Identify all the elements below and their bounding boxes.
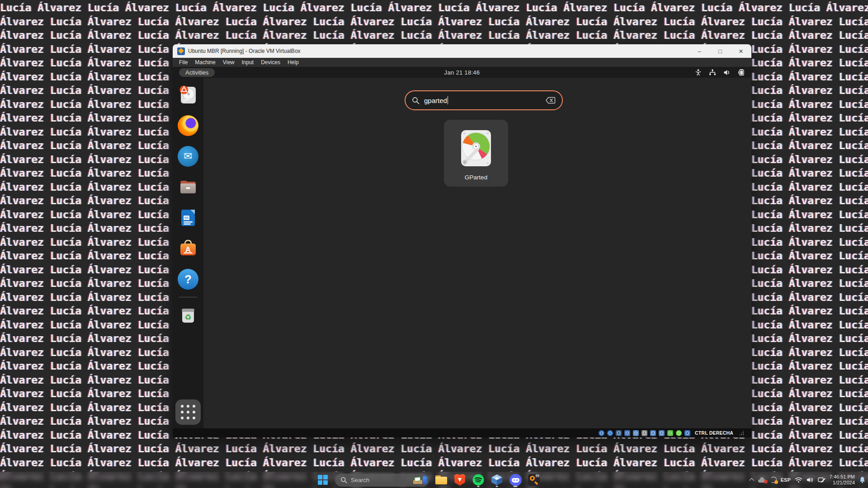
dock-item-libreoffice-writer[interactable]	[178, 207, 198, 228]
wallpaper-text-row: Álvarez Lucía Álvarez Lucía Álvarez Lucí…	[0, 456, 868, 470]
gnome-search-input[interactable]: gparted	[405, 90, 563, 110]
virtualbox-menubar: FileMachineViewInputDevicesHelp	[173, 58, 751, 67]
tray-time: 7:46:51 PM	[830, 474, 855, 480]
volume-icon	[723, 69, 731, 76]
search-icon	[412, 97, 420, 104]
virtualbox-taskbar-button[interactable]	[491, 472, 503, 488]
virtualbox-titlebar[interactable]: Ubuntu MBR [Running] - Oracle VM Virtual…	[173, 44, 751, 58]
running-indicator	[477, 486, 480, 487]
wallpaper-text-row: Álvarez Lucía Álvarez Lucía Álvarez Lucí…	[0, 28, 868, 42]
optical-disc-status-icon[interactable]	[607, 430, 613, 436]
recording-status-icon[interactable]	[659, 430, 665, 436]
volume-icon[interactable]	[807, 477, 814, 483]
close-button[interactable]: ✕	[731, 44, 751, 58]
menu-view[interactable]: View	[219, 59, 238, 66]
search-query-text: gparted	[424, 97, 447, 104]
dock-item-trash[interactable]: ♻	[178, 305, 198, 325]
notification-bell-icon[interactable]	[859, 476, 866, 483]
system-tray: ESP 7:46:51 PM 1/21/2024	[750, 472, 866, 488]
menu-help[interactable]: Help	[284, 59, 302, 66]
search-icon	[340, 477, 347, 483]
wallpaper-text-row: Lucía Álvarez Lucía Álvarez Lucía Álvare…	[0, 1, 868, 15]
running-indicator	[514, 486, 518, 487]
battery-icon	[738, 69, 746, 76]
firefox-icon	[178, 115, 198, 136]
activities-button[interactable]: Activities	[179, 68, 215, 77]
vm-display[interactable]: Activities Jan 21 18:46 ✉	[173, 67, 751, 428]
pen-tablet-icon[interactable]	[818, 477, 826, 483]
desktop: Lucía Álvarez Lucía Álvarez Lucía Álvare…	[0, 0, 868, 488]
features-status-icon[interactable]	[667, 430, 673, 436]
discord-button[interactable]	[509, 472, 522, 488]
menu-input[interactable]: Input	[238, 59, 258, 66]
virtualbox-icon	[491, 474, 503, 486]
update-pending-icon[interactable]	[770, 477, 777, 483]
cheat-engine-icon: 64	[528, 474, 540, 486]
clear-search-icon[interactable]	[546, 97, 556, 104]
taskbar-search-box[interactable]: Search	[335, 474, 429, 487]
files-icon	[178, 177, 198, 197]
mouse-integration-status-icon[interactable]	[676, 430, 682, 436]
menu-file[interactable]: File	[175, 59, 191, 66]
cheat-engine-button[interactable]: 64	[528, 472, 540, 488]
gnome-system-tray[interactable]	[695, 67, 746, 78]
onedrive-error-icon[interactable]	[758, 477, 766, 483]
virtualbox-window[interactable]: Ubuntu MBR [Running] - Oracle VM Virtual…	[173, 44, 751, 437]
window-title: Ubuntu MBR [Running] - Oracle VM Virtual…	[188, 48, 301, 54]
libreoffice-writer-icon	[178, 207, 198, 228]
thunderbird-icon: ✉	[178, 146, 198, 167]
virtualbox-app-icon	[177, 47, 185, 55]
display-status-icon[interactable]	[650, 430, 656, 436]
dock-item-help[interactable]: ?	[178, 269, 198, 290]
file-explorer-icon	[435, 475, 447, 484]
shared-folders-status-icon[interactable]	[642, 430, 647, 436]
network-icon	[709, 69, 716, 76]
help-icon: ?	[178, 269, 198, 290]
file-explorer-button[interactable]	[435, 472, 448, 488]
brave-icon	[454, 474, 465, 486]
windows-logo-icon	[318, 475, 328, 485]
spotify-button[interactable]	[472, 472, 485, 488]
text-caret	[448, 96, 448, 104]
search-highlight-image	[413, 476, 427, 484]
svg-text:♻: ♻	[184, 313, 191, 322]
dock-item-ubuntu-software[interactable]: A	[178, 238, 198, 259]
maximize-button[interactable]: □	[710, 44, 731, 58]
gparted-label: GParted	[465, 174, 487, 181]
ubuntu-software-icon: A	[178, 238, 198, 259]
wifi-icon[interactable]	[795, 477, 802, 483]
taskbar-clock[interactable]: 7:46:51 PM 1/21/2024	[830, 474, 855, 486]
tray-date: 1/21/2024	[830, 480, 855, 486]
network-status-icon[interactable]	[624, 430, 630, 436]
dock-item-firefox[interactable]	[178, 115, 198, 136]
audio-status-icon[interactable]	[616, 430, 622, 436]
tray-chevron-icon[interactable]	[750, 478, 754, 482]
dock: ✉ A ? ♻	[173, 78, 203, 428]
show-applications-button[interactable]	[175, 399, 201, 425]
brave-button[interactable]	[453, 472, 466, 488]
menu-devices[interactable]: Devices	[257, 59, 284, 66]
dock-item-files[interactable]	[178, 177, 198, 197]
dock-separator	[179, 297, 197, 297]
windows-taskbar: Search 64 ESP	[0, 472, 868, 488]
dock-item-thunderbird[interactable]: ✉	[178, 146, 198, 167]
spotify-icon	[472, 474, 484, 486]
search-placeholder: Search	[351, 477, 369, 483]
usb-status-icon[interactable]	[633, 430, 639, 436]
keyboard-language-indicator[interactable]: ESP	[781, 477, 791, 483]
gparted-search-result[interactable]: GParted	[444, 120, 508, 187]
minimize-button[interactable]: –	[689, 44, 710, 58]
hard-disk-status-icon[interactable]	[599, 430, 604, 436]
dock-item-ubuntu-installer[interactable]	[178, 84, 198, 105]
virtualbox-statusbar: CTRL DERECHA	[173, 428, 751, 437]
wallpaper-text-row: Álvarez Lucía Álvarez Lucía Álvarez Lucí…	[0, 15, 868, 29]
gnome-clock[interactable]: Jan 21 18:46	[444, 67, 480, 78]
start-button[interactable]	[316, 472, 329, 488]
resize-grip[interactable]	[739, 430, 744, 436]
accessibility-icon	[695, 69, 702, 76]
menu-machine[interactable]: Machine	[191, 59, 219, 66]
cheat-engine-badge: 64	[535, 474, 540, 478]
gparted-icon	[454, 127, 498, 170]
running-indicator	[496, 486, 498, 487]
keyboard-status-icon[interactable]	[684, 430, 690, 436]
